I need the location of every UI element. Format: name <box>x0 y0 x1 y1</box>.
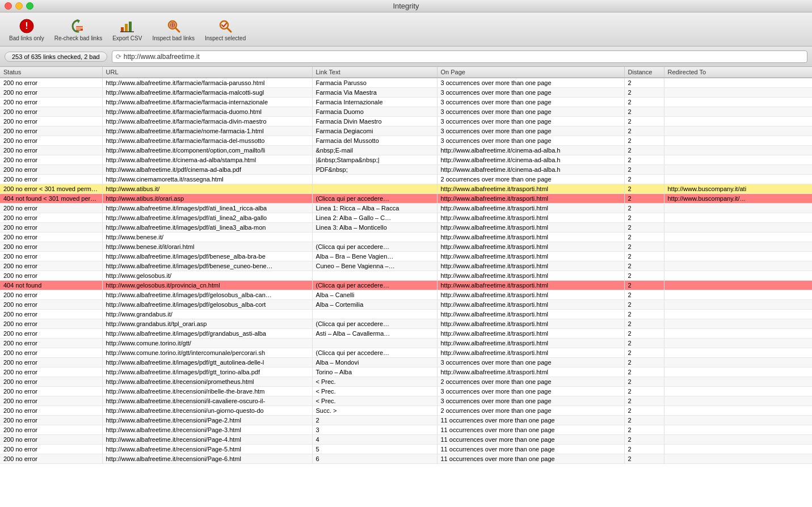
column-header-onpage[interactable]: On Page <box>437 67 624 78</box>
status-cell: 200 no error <box>0 319 102 329</box>
status-cell: 200 no error <box>0 261 102 271</box>
url-cell: http://www.albafreetime.it/recensioni/Pa… <box>102 416 312 425</box>
url-cell: http://www.albafreetime.it/images/pdf/gr… <box>102 329 312 339</box>
table-row[interactable]: 200 no errorhttp://www.benese.it/it/orar… <box>0 242 812 252</box>
link-text-cell: < Prec. <box>312 377 437 387</box>
table-row[interactable]: 200 no errorhttp://www.albafreetime.it/i… <box>0 367 812 377</box>
table-row[interactable]: 200 no errorhttp://www.albafreetime.it/f… <box>0 136 812 146</box>
on-page-cell: 2 occurrences over more than one page <box>437 377 624 387</box>
minimize-button[interactable] <box>15 2 23 10</box>
table-row[interactable]: 200 no errorhttp://www.albafreetime.it/i… <box>0 358 812 367</box>
on-page-cell: http://www.albafreetime.it/trasporti.htm… <box>437 290 624 300</box>
table-row[interactable]: 200 no errorhttp://www.albafreetime.it/i… <box>0 329 812 339</box>
inspect-selected-label: Inspect selected <box>205 35 246 42</box>
url-cell: http://www.albafreetime.it/images/pdf/ge… <box>102 290 312 300</box>
window-controls <box>5 2 33 10</box>
table-row[interactable]: 200 no errorhttp://www.albafreetime.it/r… <box>0 445 812 454</box>
distance-cell: 2 <box>624 425 664 435</box>
table-row[interactable]: 200 no errorhttp://www.albafreetime.it/c… <box>0 155 812 165</box>
status-cell: 404 not found < 301 moved permanently <box>0 194 102 204</box>
status-cell: 200 no error <box>0 175 102 184</box>
table-row[interactable]: 200 no errorhttp://www.albafreetime.it/p… <box>0 165 812 175</box>
export-csv-label: Export CSV <box>112 35 142 42</box>
table-row[interactable]: 200 no errorhttp://www.albafreetime.it/f… <box>0 117 812 126</box>
table-row[interactable]: 200 no errorhttp://www.albafreetime.it/r… <box>0 396 812 406</box>
column-header-url[interactable]: URL <box>102 67 312 78</box>
url-cell: http://www.atibus.it/orari.asp <box>102 194 312 204</box>
table-row[interactable]: 200 no errorhttp://www.albafreetime.it/i… <box>0 204 812 213</box>
status-cell: 200 no error <box>0 406 102 416</box>
refresh-icon[interactable]: ⟳ <box>116 53 121 61</box>
table-row[interactable]: 200 no errorhttp://www.benese.it/http://… <box>0 233 812 242</box>
table-row[interactable]: 200 no errorhttp://www.comune.torino.it/… <box>0 348 812 358</box>
table-row[interactable]: 200 no errorhttp://www.grandabus.it/http… <box>0 310 812 319</box>
redirected-cell <box>664 310 812 319</box>
table-row[interactable]: 200 no errorhttp://www.albafreetime.it/f… <box>0 107 812 117</box>
window-title: Integrity <box>393 2 419 10</box>
url-cell: http://www.albafreetime.it/recensioni/il… <box>102 396 312 406</box>
url-input[interactable] <box>124 53 803 61</box>
recheck-bad-links-label: Re-check bad links <box>54 35 102 42</box>
redirected-cell <box>664 261 812 271</box>
inspect-bad-links-button[interactable]: Inspect bad links <box>148 15 199 44</box>
on-page-cell: 11 occurrences over more than one page <box>437 416 624 425</box>
table-row[interactable]: 200 no errorhttp://www.grandabus.it/tpl_… <box>0 319 812 329</box>
table-row[interactable]: 200 no errorhttp://www.albafreetime.it/f… <box>0 126 812 136</box>
maximize-button[interactable] <box>26 2 33 10</box>
close-button[interactable] <box>5 2 12 10</box>
table-row[interactable]: 200 no errorhttp://www.albafreetime.it/i… <box>0 223 812 233</box>
link-text-cell: Alba – Cortemilia <box>312 300 437 310</box>
column-header-status[interactable]: Status <box>0 67 102 78</box>
url-cell: http://www.albafreetime.it/recensioni/un… <box>102 406 312 416</box>
link-text-cell: 2 <box>312 416 437 425</box>
column-header-redirected[interactable]: Redirected To <box>664 67 812 78</box>
table-row[interactable]: 200 no errorhttp://www.albafreetime.it/f… <box>0 98 812 107</box>
table-row[interactable]: 404 not found < 301 moved permanentlyhtt… <box>0 194 812 204</box>
on-page-cell: http://www.albafreetime.it/trasporti.htm… <box>437 194 624 204</box>
svg-line-17 <box>227 28 231 32</box>
redirected-cell <box>664 233 812 242</box>
distance-cell: 2 <box>624 136 664 146</box>
table-row[interactable]: 200 no errorhttp://www.gelosobus.it/http… <box>0 271 812 281</box>
table-row[interactable]: 200 no errorhttp://www.albafreetime.it/f… <box>0 78 812 88</box>
table-row[interactable]: 200 no errorhttp://www.comune.torino.it/… <box>0 339 812 348</box>
table-row[interactable]: 200 no error < 301 moved permanentlyhttp… <box>0 184 812 194</box>
table-row[interactable]: 200 no errorhttp://www.albafreetime.it/r… <box>0 416 812 425</box>
table-row[interactable]: 200 no errorhttp://www.cinemamoretta.it/… <box>0 175 812 184</box>
table-row[interactable]: 200 no errorhttp://www.albafreetime.it/r… <box>0 435 812 445</box>
table-row[interactable]: 200 no errorhttp://www.albafreetime.it/r… <box>0 454 812 464</box>
table-row[interactable]: 200 no errorhttp://www.albafreetime.it/r… <box>0 425 812 435</box>
link-text-cell: Farmacia Degiacomi <box>312 126 437 136</box>
table-row[interactable]: 200 no errorhttp://www.albafreetime.it/c… <box>0 146 812 155</box>
table-row[interactable]: 404 not foundhttp://www.gelosobus.it/pro… <box>0 281 812 290</box>
on-page-cell: 11 occurrences over more than one page <box>437 425 624 435</box>
table-row[interactable]: 200 no errorhttp://www.albafreetime.it/r… <box>0 387 812 396</box>
table-row[interactable]: 200 no errorhttp://www.albafreetime.it/f… <box>0 88 812 98</box>
recheck-bad-links-button[interactable]: Re-check bad links <box>50 15 107 44</box>
inspect-selected-button[interactable]: Inspect selected <box>200 15 250 44</box>
on-page-cell: http://www.albafreetime.it/cinema-ad-alb… <box>437 165 624 175</box>
link-text-cell: Farmacia Divin Maestro <box>312 117 437 126</box>
table-row[interactable]: 200 no errorhttp://www.albafreetime.it/i… <box>0 252 812 261</box>
on-page-cell: http://www.albafreetime.it/trasporti.htm… <box>437 223 624 233</box>
table-row[interactable]: 200 no errorhttp://www.albafreetime.it/i… <box>0 261 812 271</box>
column-header-distance[interactable]: Distance <box>624 67 664 78</box>
on-page-cell: http://www.albafreetime.it/trasporti.htm… <box>437 348 624 358</box>
bad-links-only-label: Bad links only <box>9 35 44 42</box>
column-header-linktext[interactable]: Link Text <box>312 67 437 78</box>
on-page-cell: 3 occurrences over more than one page <box>437 387 624 396</box>
table-row[interactable]: 200 no errorhttp://www.albafreetime.it/i… <box>0 290 812 300</box>
table-row[interactable]: 200 no errorhttp://www.albafreetime.it/r… <box>0 377 812 387</box>
distance-cell: 2 <box>624 319 664 329</box>
table-row[interactable]: 200 no errorhttp://www.albafreetime.it/i… <box>0 300 812 310</box>
on-page-cell: http://www.albafreetime.it/trasporti.htm… <box>437 319 624 329</box>
on-page-cell: 11 occurrences over more than one page <box>437 435 624 445</box>
distance-cell: 2 <box>624 155 664 165</box>
export-csv-button[interactable]: Export CSV <box>108 15 146 44</box>
on-page-cell: 3 occurrences over more than one page <box>437 107 624 117</box>
on-page-cell: http://www.albafreetime.it/trasporti.htm… <box>437 242 624 252</box>
table-row[interactable]: 200 no errorhttp://www.albafreetime.it/r… <box>0 406 812 416</box>
bad-links-only-button[interactable]: ! Bad links only <box>5 15 49 44</box>
link-text-cell <box>312 175 437 184</box>
table-row[interactable]: 200 no errorhttp://www.albafreetime.it/i… <box>0 213 812 223</box>
